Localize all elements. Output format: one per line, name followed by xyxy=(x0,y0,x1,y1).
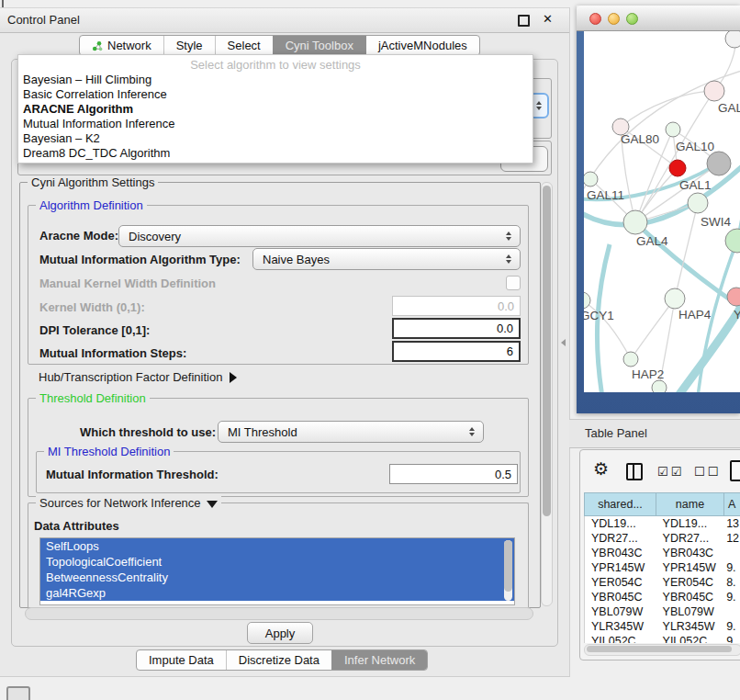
mi-type-combo[interactable]: Naive Bayes xyxy=(252,248,521,270)
kernel-width-input[interactable]: 0.0 xyxy=(392,296,521,316)
close-traffic-light-icon[interactable] xyxy=(589,13,601,25)
apply-button[interactable]: Apply xyxy=(247,622,313,644)
node-gal-pink[interactable] xyxy=(704,81,724,101)
tab-select[interactable]: Select xyxy=(215,36,273,55)
table-cell: YPR145W xyxy=(656,560,724,575)
tab-network[interactable]: Network xyxy=(80,36,163,55)
network-edge[interactable] xyxy=(621,91,714,127)
threshold-definition-title: Threshold Definition xyxy=(36,391,150,405)
attribute-item-gal4rgexp[interactable]: gal4RGexp xyxy=(40,585,514,601)
stepper-arrows-icon xyxy=(501,254,520,264)
table-row[interactable]: YDL19...YDL19...13 xyxy=(585,516,740,531)
settings-scrollbar[interactable] xyxy=(541,182,553,606)
node-swi4[interactable] xyxy=(725,229,740,253)
node-gal1[interactable] xyxy=(688,193,708,213)
node-gal11[interactable] xyxy=(584,172,598,186)
column-header-a[interactable]: A xyxy=(724,493,740,515)
algorithm-definition-title: Algorithm Definition xyxy=(36,198,147,212)
algorithm-option-bayesian-hill-climbing[interactable]: Bayesian – Hill Climbing xyxy=(18,73,533,87)
algorithm-option-mutual-information-inference[interactable]: Mutual Information Inference xyxy=(18,117,533,131)
threshold-definition-group: Threshold Definition Which threshold to … xyxy=(28,398,529,497)
deselect-all-checkboxes-icon[interactable]: ☐☐ xyxy=(694,465,721,479)
node-hap2[interactable] xyxy=(623,352,638,367)
split-pane-handle-icon[interactable] xyxy=(561,339,566,346)
column-header-shared[interactable]: shared... xyxy=(585,493,656,515)
column-header-name[interactable]: name xyxy=(656,493,724,515)
tab-style[interactable]: Style xyxy=(163,36,215,55)
close-icon[interactable]: ✕ xyxy=(543,12,553,26)
node-bottom-partial[interactable] xyxy=(652,380,667,392)
select-all-checkboxes-icon[interactable]: ☑☑ xyxy=(657,465,684,479)
control-panel-window: Control Panel ✕ NetworkStyleSelectCyni T… xyxy=(0,7,570,677)
cyni-toolbox-panel: Select algorithm to view settings Bayesi… xyxy=(11,59,558,647)
control-panel-tabs: NetworkStyleSelectCyni ToolboxjActiveMNo… xyxy=(79,35,480,56)
algorithm-option-aracne-algorithm[interactable]: ARACNE Algorithm xyxy=(18,102,533,117)
list-scrollbar[interactable] xyxy=(504,540,512,601)
table-cell: YBR043C xyxy=(656,546,724,560)
control-panel-titlebar: Control Panel ✕ xyxy=(0,8,569,33)
manual-kernel-checkbox[interactable] xyxy=(506,276,521,290)
table-row[interactable]: YIL052CYIL052C9. xyxy=(585,634,740,643)
minimize-traffic-light-icon[interactable] xyxy=(608,13,620,25)
mi-steps-input[interactable]: 6 xyxy=(392,341,521,362)
node-red[interactable] xyxy=(669,160,686,176)
tab-label: Style xyxy=(176,39,203,52)
table-row[interactable]: YLR345WYLR345W9. xyxy=(585,619,740,634)
table-cell: 8. xyxy=(723,575,740,590)
tab-discretize-data[interactable]: Discretize Data xyxy=(226,650,331,670)
settings-hscrollbar[interactable] xyxy=(25,607,533,620)
tab-label: Cyni Toolbox xyxy=(286,39,353,52)
network-window-titlebar[interactable] xyxy=(577,6,740,31)
table-cell: 12 xyxy=(723,531,740,546)
table-cell: YDR27... xyxy=(656,531,724,546)
gear-icon[interactable]: ⚙ xyxy=(593,458,609,480)
attribute-item-selfloops[interactable]: SelfLoops xyxy=(40,538,514,554)
node-top-partial[interactable] xyxy=(725,31,740,48)
attribute-item-betweennesscentrality[interactable]: BetweennessCentrality xyxy=(40,570,514,585)
float-window-icon[interactable] xyxy=(518,15,530,27)
network-edge[interactable] xyxy=(678,290,740,392)
network-canvas[interactable]: GALGAL80GAL10GAL1GAL11SWI4GAL4GCY1HAP4YH… xyxy=(584,31,740,392)
table-row[interactable]: YBR045CYBR045C9. xyxy=(585,590,740,604)
mi-threshold-input[interactable]: 0.5 xyxy=(389,464,518,484)
algorithm-option-dream8-dc-tdc-algorithm[interactable]: Dream8 DC_TDC Algorithm xyxy=(18,146,533,161)
algorithm-option-bayesian-k2[interactable]: Bayesian – K2 xyxy=(18,131,533,146)
table-row[interactable]: YER054CYER054C8. xyxy=(585,575,740,590)
table-body: YDL19...YDL19...13YDR27...YDR27...12YBR0… xyxy=(584,516,740,643)
table-row[interactable]: YDR27...YDR27...12 xyxy=(585,531,740,546)
tab-jactivemnodules[interactable]: jActiveMNodules xyxy=(365,36,479,55)
attribute-item-topologicalcoefficient[interactable]: TopologicalCoefficient xyxy=(40,554,514,570)
zoom-traffic-light-icon[interactable] xyxy=(626,13,638,25)
split-columns-icon[interactable] xyxy=(626,463,643,480)
node-gal4[interactable] xyxy=(623,210,647,234)
table-row[interactable]: YBL079WYBL079W xyxy=(585,604,740,619)
node-gray[interactable] xyxy=(707,152,731,175)
dpi-tolerance-input[interactable]: 0.0 xyxy=(392,318,521,339)
mi-threshold-group: MI Threshold Definition Mutual Informati… xyxy=(36,451,521,493)
aracne-mode-combo[interactable]: Discovery xyxy=(118,225,521,247)
node-salmon[interactable] xyxy=(727,288,740,306)
network-edge[interactable] xyxy=(631,299,675,359)
table-panel: ⚙ ☑☑ ☐☐ shared...nameA YDL19...YDL19...1… xyxy=(579,449,740,660)
which-threshold-combo[interactable]: MI Threshold xyxy=(218,421,484,443)
sources-group-title[interactable]: Sources for Network Inference xyxy=(36,496,221,510)
tab-infer-network[interactable]: Infer Network xyxy=(331,650,427,670)
network-edge[interactable] xyxy=(675,203,698,299)
table-row[interactable]: YPR145WYPR145W9. xyxy=(585,560,740,575)
algorithm-placeholder: Select algorithm to view settings xyxy=(18,55,533,73)
new-table-icon[interactable] xyxy=(730,460,740,481)
mi-threshold-group-title: MI Threshold Definition xyxy=(44,445,174,458)
node-gal10-green[interactable] xyxy=(666,122,680,137)
hub-factor-expander[interactable]: Hub/Transcription Factor Definition xyxy=(39,370,237,384)
tab-cyni-toolbox[interactable]: Cyni Toolbox xyxy=(273,36,365,55)
node-hap4[interactable] xyxy=(665,288,685,309)
algorithm-dropdown-popup: Select algorithm to view settings Bayesi… xyxy=(17,54,533,164)
table-hscrollbar[interactable] xyxy=(584,644,740,656)
algorithm-option-basic-correlation-inference[interactable]: Basic Correlation Inference xyxy=(18,87,533,102)
dock-button-partial[interactable] xyxy=(6,686,30,700)
network-view-window: GALGAL80GAL10GAL1GAL11SWI4GAL4GCY1HAP4YH… xyxy=(577,6,740,413)
tab-impute-data[interactable]: Impute Data xyxy=(137,650,226,670)
table-cell: YDR27... xyxy=(585,531,656,546)
table-row[interactable]: YBR043CYBR043C xyxy=(585,546,740,560)
table-cell: 13 xyxy=(723,516,740,531)
